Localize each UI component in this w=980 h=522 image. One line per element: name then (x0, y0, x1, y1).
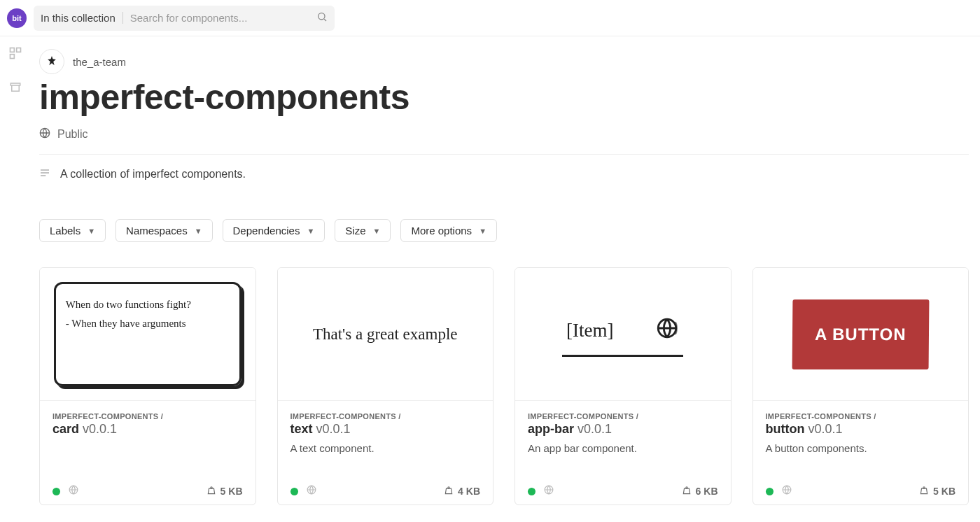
component-description: An app bar component. (528, 442, 718, 454)
globe-icon (307, 485, 316, 498)
svg-point-18 (923, 486, 925, 488)
svg-rect-5 (10, 83, 20, 85)
visibility-row: Public (39, 127, 969, 154)
status-dot-icon (528, 488, 536, 495)
filter-bar: Labels ▼ Namespaces ▼ Dependencies ▼ Siz… (39, 219, 969, 242)
globe-icon (544, 485, 554, 498)
svg-rect-3 (17, 48, 21, 52)
component-size: 4 KB (458, 486, 480, 497)
component-card[interactable]: A BUTTON IMPERFECT-COMPONENTS / button v… (752, 267, 969, 505)
svg-point-11 (210, 486, 211, 488)
component-card[interactable]: When do two functions fight? - When they… (39, 267, 256, 505)
component-name: text (290, 422, 313, 436)
filter-label: Namespaces (126, 225, 188, 237)
description-icon (39, 167, 50, 181)
owner-row: the_a-team (39, 49, 969, 74)
preview-card-shape: When do two functions fight? - When they… (54, 282, 241, 386)
filter-more-options[interactable]: More options ▼ (400, 219, 497, 242)
component-card[interactable]: That's a great example IMPERFECT-COMPONE… (277, 267, 494, 505)
preview-button-shape: A BUTTON (792, 299, 929, 369)
weight-icon (444, 486, 454, 498)
chevron-down-icon: ▼ (307, 227, 314, 235)
visibility-label: Public (57, 128, 88, 141)
divider (39, 154, 969, 155)
search-input[interactable] (123, 12, 316, 24)
component-path: IMPERFECT-COMPONENTS / (52, 412, 243, 421)
filter-label: Size (345, 225, 365, 237)
component-version: v0.0.1 (316, 422, 351, 436)
grid-icon[interactable] (8, 46, 22, 63)
component-preview: [Item] (515, 268, 731, 401)
globe-icon (69, 485, 78, 498)
description-row: A collection of imperfect components. (39, 167, 969, 181)
filter-labels[interactable]: Labels ▼ (39, 219, 106, 242)
globe-icon (655, 316, 679, 345)
owner-name[interactable]: the_a-team (73, 56, 126, 68)
component-version: v0.0.1 (83, 422, 117, 436)
preview-text-line: When do two functions fight? (66, 295, 230, 314)
filter-label: Dependencies (233, 225, 300, 237)
bit-logo[interactable]: bit (7, 8, 27, 28)
filter-dependencies[interactable]: Dependencies ▼ (223, 219, 326, 242)
chevron-down-icon: ▼ (373, 227, 381, 235)
component-preview: When do two functions fight? - When they… (40, 268, 255, 401)
weight-icon (682, 486, 692, 498)
top-bar: bit In this collection (0, 0, 980, 36)
chevron-down-icon: ▼ (88, 227, 95, 235)
preview-appbar-label: [Item] (566, 320, 613, 341)
filter-namespaces[interactable]: Namespaces ▼ (115, 219, 212, 242)
component-preview: A BUTTON (753, 268, 969, 401)
collection-description: A collection of imperfect components. (60, 168, 246, 181)
main-content: the_a-team imperfect-components Public A… (31, 36, 980, 522)
owner-avatar[interactable] (39, 49, 64, 74)
preview-appbar-shape: [Item] (562, 312, 683, 357)
filter-label: Labels (50, 225, 80, 237)
search-box[interactable]: In this collection (34, 6, 335, 31)
globe-icon (39, 127, 50, 141)
component-size: 5 KB (933, 486, 955, 497)
svg-point-16 (685, 486, 687, 488)
svg-line-1 (324, 19, 326, 21)
preview-text-line: - When they have arguments (66, 314, 230, 333)
component-grid: When do two functions fight? - When they… (39, 267, 969, 505)
component-size: 6 KB (696, 486, 718, 497)
component-version: v0.0.1 (808, 422, 842, 436)
filter-size[interactable]: Size ▼ (335, 219, 391, 242)
component-description: A button components. (766, 442, 956, 454)
component-description: A text component. (290, 442, 481, 454)
search-icon[interactable] (316, 11, 328, 25)
svg-rect-2 (10, 48, 15, 52)
component-card[interactable]: [Item] IMPERFECT-COMPONENTS / app-bar v0… (514, 267, 732, 505)
status-dot-icon (52, 488, 60, 495)
search-scope: In this collection (41, 12, 123, 24)
weight-icon (206, 486, 216, 498)
status-dot-icon (290, 488, 298, 495)
svg-point-13 (448, 486, 449, 488)
weight-icon (919, 486, 929, 498)
collection-title: imperfect-components (39, 77, 969, 118)
component-path: IMPERFECT-COMPONENTS / (766, 412, 956, 421)
left-rail (0, 36, 31, 522)
globe-icon (782, 485, 792, 498)
component-name: card (52, 422, 79, 436)
svg-point-0 (318, 13, 325, 19)
component-preview: That's a great example (278, 268, 493, 401)
component-version: v0.0.1 (578, 422, 612, 436)
component-name: app-bar (528, 422, 574, 436)
svg-rect-4 (10, 55, 15, 59)
chevron-down-icon: ▼ (195, 227, 202, 235)
status-dot-icon (766, 488, 774, 495)
chevron-down-icon: ▼ (479, 227, 486, 235)
preview-text-shape: That's a great example (313, 325, 458, 344)
component-path: IMPERFECT-COMPONENTS / (528, 412, 718, 421)
component-name: button (766, 422, 805, 436)
archive-icon[interactable] (9, 81, 22, 97)
component-path: IMPERFECT-COMPONENTS / (290, 412, 481, 421)
component-size: 5 KB (220, 486, 243, 497)
filter-label: More options (411, 225, 472, 237)
